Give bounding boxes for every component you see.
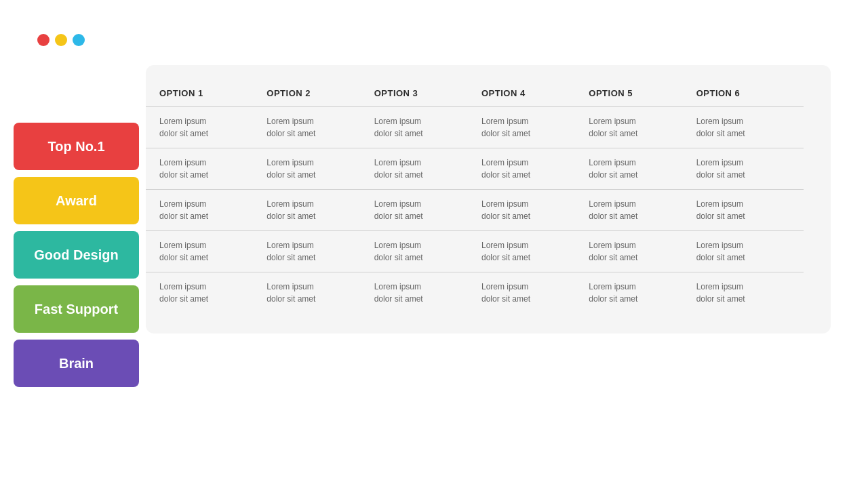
cell-r3-c2: Lorem ipsum dolor sit amet <box>267 198 374 222</box>
cell-r5-c5: Lorem ipsum dolor sit amet <box>589 281 696 305</box>
col-header-3: OPTION 3 <box>374 85 481 101</box>
cell-r4-c1: Lorem ipsum dolor sit amet <box>159 239 267 264</box>
row-label-1: Top No.1 <box>14 123 139 170</box>
dot-blue <box>73 34 85 46</box>
row-label-2: Award <box>14 177 139 224</box>
table-row-3: Lorem ipsum dolor sit ametLorem ipsum do… <box>146 189 804 230</box>
cell-r5-c3: Lorem ipsum dolor sit amet <box>374 281 481 305</box>
cell-r3-c4: Lorem ipsum dolor sit amet <box>481 198 589 222</box>
cell-r1-c5: Lorem ipsum dolor sit amet <box>589 115 696 140</box>
row-label-4: Fast Support <box>14 285 139 333</box>
row-label-3: Good Design <box>14 231 139 279</box>
col-header-4: OPTION 4 <box>481 85 589 101</box>
table-row-5: Lorem ipsum dolor sit ametLorem ipsum do… <box>146 272 804 313</box>
cell-r2-c1: Lorem ipsum dolor sit amet <box>159 157 267 181</box>
cell-r3-c1: Lorem ipsum dolor sit amet <box>159 198 267 222</box>
cell-r5-c4: Lorem ipsum dolor sit amet <box>481 281 589 305</box>
col-header-2: OPTION 2 <box>267 85 374 101</box>
col-header-5: OPTION 5 <box>589 85 696 101</box>
col-header-6: OPTION 6 <box>696 85 804 101</box>
cell-r4-c2: Lorem ipsum dolor sit amet <box>267 239 374 264</box>
dot-red <box>37 34 50 46</box>
cell-r2-c3: Lorem ipsum dolor sit amet <box>374 157 481 181</box>
table-row-4: Lorem ipsum dolor sit ametLorem ipsum do… <box>146 230 804 272</box>
cell-r3-c3: Lorem ipsum dolor sit amet <box>374 198 481 222</box>
table-wrapper: Top No.1AwardGood DesignFast SupportBrai… <box>146 85 804 313</box>
table-grid: OPTION 1OPTION 2OPTION 3OPTION 4OPTION 5… <box>146 85 804 313</box>
cell-r3-c5: Lorem ipsum dolor sit amet <box>589 198 696 222</box>
dot-yellow <box>55 34 67 46</box>
table-rows: Lorem ipsum dolor sit ametLorem ipsum do… <box>146 106 804 313</box>
cell-r1-c4: Lorem ipsum dolor sit amet <box>481 115 589 140</box>
cell-r5-c6: Lorem ipsum dolor sit amet <box>696 281 804 305</box>
cell-r5-c1: Lorem ipsum dolor sit amet <box>159 281 267 305</box>
cell-r5-c2: Lorem ipsum dolor sit amet <box>267 281 374 305</box>
cell-r2-c5: Lorem ipsum dolor sit amet <box>589 157 696 181</box>
page: Top No.1AwardGood DesignFast SupportBrai… <box>0 0 868 488</box>
cell-r1-c6: Lorem ipsum dolor sit amet <box>696 115 804 140</box>
col-header-1: OPTION 1 <box>159 85 267 101</box>
cell-r4-c6: Lorem ipsum dolor sit amet <box>696 239 804 264</box>
cell-r3-c6: Lorem ipsum dolor sit amet <box>696 198 804 222</box>
cell-r2-c4: Lorem ipsum dolor sit amet <box>481 157 589 181</box>
col-headers: OPTION 1OPTION 2OPTION 3OPTION 4OPTION 5… <box>146 85 804 101</box>
table-container: Top No.1AwardGood DesignFast SupportBrai… <box>146 65 831 333</box>
table-row-1: Lorem ipsum dolor sit ametLorem ipsum do… <box>146 106 804 148</box>
table-row-2: Lorem ipsum dolor sit ametLorem ipsum do… <box>146 148 804 189</box>
cell-r4-c5: Lorem ipsum dolor sit amet <box>589 239 696 264</box>
cell-r1-c2: Lorem ipsum dolor sit amet <box>267 115 374 140</box>
row-labels: Top No.1AwardGood DesignFast SupportBrai… <box>14 123 139 394</box>
cell-r2-c6: Lorem ipsum dolor sit amet <box>696 157 804 181</box>
dots-row <box>37 34 831 46</box>
cell-r4-c4: Lorem ipsum dolor sit amet <box>481 239 589 264</box>
row-label-5: Brain <box>14 340 139 387</box>
cell-r2-c2: Lorem ipsum dolor sit amet <box>267 157 374 181</box>
cell-r1-c3: Lorem ipsum dolor sit amet <box>374 115 481 140</box>
cell-r1-c1: Lorem ipsum dolor sit amet <box>159 115 267 140</box>
cell-r4-c3: Lorem ipsum dolor sit amet <box>374 239 481 264</box>
